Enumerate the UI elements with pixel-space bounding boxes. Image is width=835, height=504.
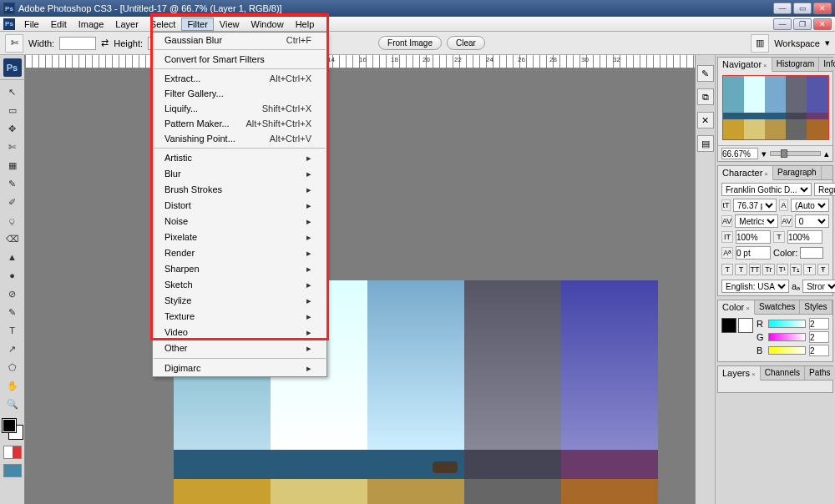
menu-edit[interactable]: Edit <box>45 18 73 31</box>
menuitem-distort[interactable]: Distort▸ <box>153 198 326 214</box>
menuitem-extract-[interactable]: Extract...Alt+Ctrl+X <box>153 71 326 86</box>
tool-0[interactable]: ↖ <box>3 83 22 100</box>
doc-minimize-button[interactable]: — <box>773 18 792 30</box>
b-value[interactable] <box>809 345 829 356</box>
tab-color[interactable]: Color× <box>718 300 755 315</box>
menuitem-pattern-maker-[interactable]: Pattern Maker...Alt+Shift+Ctrl+X <box>153 116 326 131</box>
tab-character[interactable]: Character× <box>718 166 773 180</box>
maximize-button[interactable]: ▭ <box>793 3 812 14</box>
tracking[interactable]: 0 <box>795 214 829 228</box>
menu-filter[interactable]: Filter <box>181 18 213 31</box>
clear-button[interactable]: Clear <box>447 36 485 50</box>
tab-paragraph[interactable]: Paragraph <box>773 166 822 179</box>
menu-window[interactable]: Window <box>245 18 290 31</box>
text-style-btn-1[interactable]: T <box>735 264 746 275</box>
quickmask-toggle[interactable] <box>3 446 22 459</box>
front-image-button[interactable]: Front Image <box>378 36 442 50</box>
menuitem-sketch[interactable]: Sketch▸ <box>153 277 326 293</box>
close-button[interactable]: ✕ <box>813 3 832 14</box>
menuitem-gaussian-blur[interactable]: Gaussian BlurCtrl+F <box>153 33 326 48</box>
text-style-btn-0[interactable]: T <box>721 264 733 275</box>
tool-12[interactable]: ✎ <box>3 304 22 320</box>
tool-2[interactable]: ✥ <box>3 120 22 137</box>
menuitem-other[interactable]: Other▸ <box>153 340 326 356</box>
menuitem-noise[interactable]: Noise▸ <box>153 214 326 229</box>
tool-8[interactable]: ⌫ <box>3 230 22 247</box>
zoom-out-icon[interactable]: ▾ <box>762 149 767 159</box>
ps-logo[interactable]: Ps <box>0 55 24 80</box>
navigator-preview[interactable] <box>718 72 832 145</box>
menuitem-pixelate[interactable]: Pixelate▸ <box>153 229 326 245</box>
zoom-in-icon[interactable]: ▴ <box>824 149 829 159</box>
menuitem-stylize[interactable]: Stylize▸ <box>153 293 326 309</box>
color-swatch[interactable] <box>3 419 23 439</box>
font-select[interactable]: Franklin Gothic D... <box>721 183 812 196</box>
zoom-input[interactable] <box>721 148 758 159</box>
baseline[interactable] <box>736 246 771 260</box>
tab-styles[interactable]: Styles <box>800 300 832 314</box>
menuitem-vanishing-point-[interactable]: Vanishing Point...Alt+Ctrl+V <box>153 131 326 146</box>
minimize-button[interactable]: — <box>773 3 792 14</box>
aa-select[interactable]: Strong <box>802 280 835 293</box>
tool-17[interactable]: 🔍 <box>3 396 22 412</box>
crop-tool-icon[interactable]: ✄ <box>5 34 23 53</box>
menuitem-blur[interactable]: Blur▸ <box>153 166 326 182</box>
menuitem-render[interactable]: Render▸ <box>153 245 326 261</box>
tab-paths[interactable]: Paths <box>805 366 835 380</box>
tool-10[interactable]: ● <box>3 267 22 284</box>
menu-help[interactable]: Help <box>290 18 321 31</box>
hscale[interactable] <box>787 230 822 244</box>
font-weight-select[interactable]: Regular <box>814 183 835 196</box>
menuitem-liquify-[interactable]: Liquify...Shift+Ctrl+X <box>153 101 326 116</box>
tool-presets-icon[interactable]: ✕ <box>697 112 714 129</box>
menu-image[interactable]: Image <box>73 18 110 31</box>
tool-16[interactable]: ✋ <box>3 377 22 394</box>
doc-restore-button[interactable]: ❐ <box>793 18 812 30</box>
tool-4[interactable]: ▦ <box>3 157 22 174</box>
vscale[interactable] <box>736 230 771 244</box>
menuitem-sharpen[interactable]: Sharpen▸ <box>153 261 326 277</box>
font-size[interactable]: 76.37 pt <box>733 199 777 212</box>
tool-9[interactable]: ▲ <box>3 249 22 265</box>
workspace-label[interactable]: Workspace <box>774 38 820 48</box>
text-style-btn-5[interactable]: T₁ <box>790 264 802 275</box>
tab-channels[interactable]: Channels <box>761 366 805 380</box>
text-color-swatch[interactable] <box>800 247 823 259</box>
g-slider[interactable] <box>768 333 806 341</box>
tab-histogram[interactable]: Histogram <box>772 58 820 71</box>
menuitem-video[interactable]: Video▸ <box>153 325 326 340</box>
tab-info[interactable]: Info <box>819 58 835 71</box>
screenmode-button[interactable] <box>3 464 22 477</box>
dock-icon[interactable]: ▥ <box>751 34 769 53</box>
tab-layers[interactable]: Layers× <box>718 366 761 381</box>
menu-view[interactable]: View <box>214 18 245 31</box>
r-value[interactable] <box>809 318 829 330</box>
tool-7[interactable]: ⍜ <box>3 212 22 229</box>
menuitem-filter-gallery-[interactable]: Filter Gallery... <box>153 86 326 101</box>
tool-13[interactable]: T <box>3 322 22 339</box>
zoom-slider[interactable] <box>770 151 821 156</box>
brush-panel-icon[interactable]: ✎ <box>697 65 714 82</box>
chevron-down-icon[interactable]: ▾ <box>825 38 830 48</box>
menuitem-brush-strokes[interactable]: Brush Strokes▸ <box>153 182 326 198</box>
menuitem-convert-for-smart-filters[interactable]: Convert for Smart Filters <box>153 52 326 67</box>
menu-select[interactable]: Select <box>144 18 182 31</box>
tool-14[interactable]: ↗ <box>3 340 22 357</box>
fg-swatch[interactable] <box>721 318 736 333</box>
text-style-btn-7[interactable]: Ŧ <box>817 264 829 275</box>
bg-swatch[interactable] <box>738 318 753 333</box>
kerning[interactable]: Metrics <box>735 214 778 228</box>
lang-select[interactable]: English: USA <box>721 280 789 293</box>
clone-panel-icon[interactable]: ⧉ <box>697 88 714 105</box>
text-style-btn-6[interactable]: T <box>803 264 815 275</box>
text-style-btn-3[interactable]: Tr <box>762 264 774 275</box>
tab-navigator[interactable]: Navigator× <box>718 58 772 72</box>
text-style-btn-4[interactable]: T¹ <box>777 264 788 275</box>
tool-11[interactable]: ⊘ <box>3 285 22 302</box>
leading[interactable]: (Auto) <box>791 199 829 212</box>
tool-5[interactable]: ✎ <box>3 175 22 192</box>
menuitem-digimarc[interactable]: Digimarc▸ <box>153 360 326 376</box>
menu-layer[interactable]: Layer <box>109 18 144 31</box>
menuitem-artistic[interactable]: Artistic▸ <box>153 150 326 166</box>
tool-1[interactable]: ▭ <box>3 102 22 118</box>
